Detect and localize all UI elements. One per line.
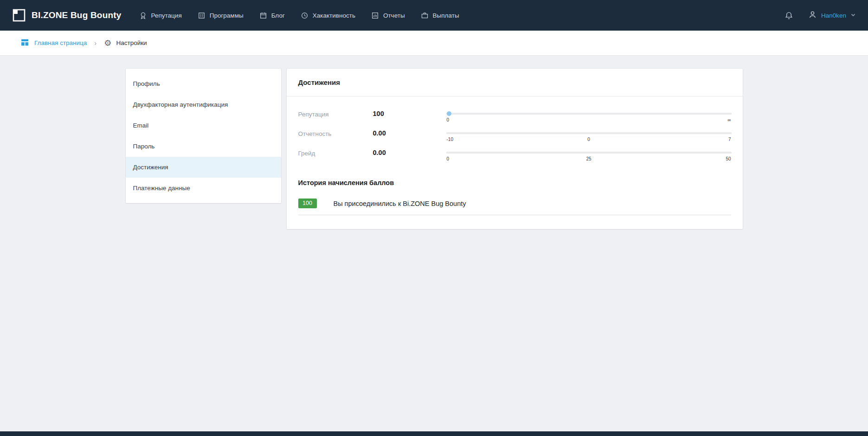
sidebar-item-two-factor[interactable]: Двухфакторная аутентификация	[126, 94, 281, 115]
metric-value: 0.00	[373, 129, 446, 137]
sidebar-item-password[interactable]: Пароль	[126, 136, 281, 157]
navbar-right: Han0ken	[784, 10, 856, 21]
hackactivity-icon	[301, 12, 309, 19]
scale-min-label: -10	[447, 137, 453, 142]
user-icon	[808, 10, 817, 21]
points-badge: 100	[298, 199, 317, 208]
bell-icon[interactable]	[784, 11, 793, 20]
scale-marker-dot	[447, 111, 451, 116]
nav-item-programs[interactable]: Программы	[198, 12, 244, 19]
payouts-icon	[421, 12, 429, 19]
sidebar-item-profile[interactable]: Профиль	[126, 73, 281, 94]
reporting-scale: -10 0 7	[446, 130, 732, 146]
scale-mid-label: 0	[587, 137, 590, 142]
scale-mid-label: 25	[586, 156, 591, 161]
brand-title: BI.ZONE Bug Bounty	[32, 10, 122, 20]
reports-icon	[371, 12, 379, 19]
sidebar-item-label: Профиль	[133, 80, 160, 87]
metric-label: Репутация	[298, 109, 373, 119]
nav-item-hackactivity[interactable]: Хакактивность	[301, 12, 355, 19]
chevron-down-icon	[850, 11, 856, 19]
nav-item-label: Отчеты	[383, 12, 405, 19]
history-entry-text: Вы присоединились к Bi.ZONE Bug Bounty	[334, 200, 466, 207]
reputation-icon	[139, 12, 147, 19]
settings-content: Профиль Двухфакторная аутентификация Ema…	[126, 69, 743, 431]
username: Han0ken	[821, 12, 846, 19]
nav-item-reputation[interactable]: Репутация	[139, 12, 182, 19]
breadcrumb-separator: ›	[94, 39, 96, 47]
settings-sidebar: Профиль Двухфакторная аутентификация Ema…	[126, 69, 281, 203]
scale-track	[446, 152, 732, 154]
breadcrumb-home-link[interactable]: Главная страница	[20, 38, 87, 48]
history-title: История начисления баллов	[287, 168, 743, 186]
scale-track	[446, 132, 732, 134]
brand[interactable]: BI.ZONE Bug Bounty	[12, 8, 122, 22]
metric-row-reporting: Отчетность 0.00 -10 0 7	[298, 129, 732, 148]
breadcrumb-current-label: Настройки	[116, 39, 147, 46]
nav-item-reports[interactable]: Отчеты	[371, 12, 405, 19]
breadcrumb-current: ⚙ Настройки	[104, 39, 147, 47]
metric-label: Отчетность	[298, 129, 373, 138]
grade-scale: 0 25 50	[446, 149, 732, 165]
scale-max-label: 50	[726, 156, 731, 161]
breadcrumb: Главная страница › ⚙ Настройки	[0, 31, 868, 56]
scale-min-label: 0	[447, 156, 450, 161]
panel-title: Достижения	[287, 69, 743, 96]
nav-item-blog[interactable]: Блог	[259, 12, 285, 19]
sidebar-item-label: Пароль	[133, 143, 155, 150]
reputation-scale: 0 ∞	[446, 110, 732, 126]
history-entry: 100 Вы присоединились к Bi.ZONE Bug Boun…	[298, 199, 731, 215]
sidebar-item-label: Email	[133, 122, 149, 129]
achievements-panel: Достижения Репутация 100 0 ∞ Отчетность …	[287, 69, 743, 229]
sidebar-item-label: Достижения	[133, 164, 168, 171]
dashboard-grid-icon	[20, 38, 29, 48]
footer-strip	[0, 431, 868, 436]
gear-icon: ⚙	[104, 39, 111, 47]
main-nav: Репутация Программы Блог	[139, 12, 459, 19]
metrics-list: Репутация 100 0 ∞ Отчетность 0.00 -10 0	[287, 96, 743, 168]
sidebar-item-email[interactable]: Email	[126, 115, 281, 136]
user-menu[interactable]: Han0ken	[808, 10, 856, 21]
nav-item-payouts[interactable]: Выплаты	[421, 12, 459, 19]
sidebar-item-label: Двухфакторная аутентификация	[133, 101, 228, 108]
nav-item-label: Хакактивность	[313, 12, 355, 19]
sidebar-item-achievements[interactable]: Достижения	[126, 157, 281, 178]
metric-value: 0.00	[373, 148, 446, 157]
nav-item-label: Блог	[271, 12, 285, 19]
bizone-logo-icon	[12, 8, 26, 22]
scale-track	[446, 113, 732, 115]
scale-max-label: ∞	[727, 117, 731, 122]
metric-row-grade: Грейд 0.00 0 25 50	[298, 148, 732, 168]
scale-min-label: 0	[447, 117, 450, 122]
metric-label: Грейд	[298, 148, 373, 158]
metric-row-reputation: Репутация 100 0 ∞	[298, 109, 732, 129]
breadcrumb-home-label: Главная страница	[34, 39, 87, 46]
nav-item-label: Программы	[210, 12, 244, 19]
nav-item-label: Выплаты	[433, 12, 459, 19]
top-navbar: BI.ZONE Bug Bounty Репутация Программы	[0, 0, 868, 31]
nav-item-label: Репутация	[151, 12, 182, 19]
blog-icon	[259, 12, 267, 19]
sidebar-item-payment-details[interactable]: Платежные данные	[126, 178, 281, 199]
metric-value: 100	[373, 109, 446, 118]
programs-icon	[198, 12, 206, 19]
scale-max-label: 7	[728, 137, 731, 142]
sidebar-item-label: Платежные данные	[133, 185, 190, 192]
